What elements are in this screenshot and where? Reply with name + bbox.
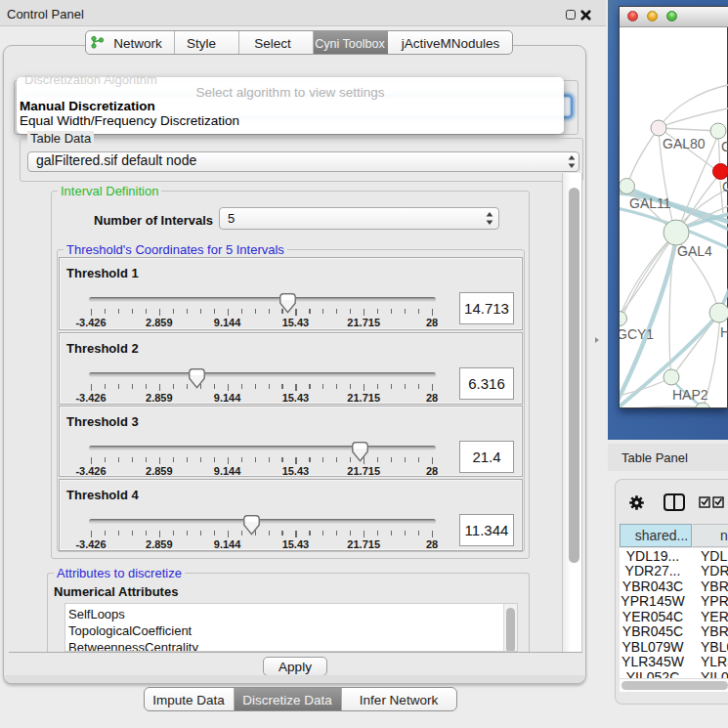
svg-text:G: G	[721, 139, 728, 154]
svg-text:GCY1: GCY1	[620, 326, 654, 342]
svg-text:H: H	[720, 324, 728, 340]
svg-text:GAL80: GAL80	[663, 136, 706, 151]
svg-text:G: G	[722, 179, 728, 194]
svg-text:HAP2: HAP2	[672, 387, 708, 403]
svg-text:GAL4: GAL4	[677, 243, 712, 259]
svg-text:GAL11: GAL11	[629, 195, 671, 211]
